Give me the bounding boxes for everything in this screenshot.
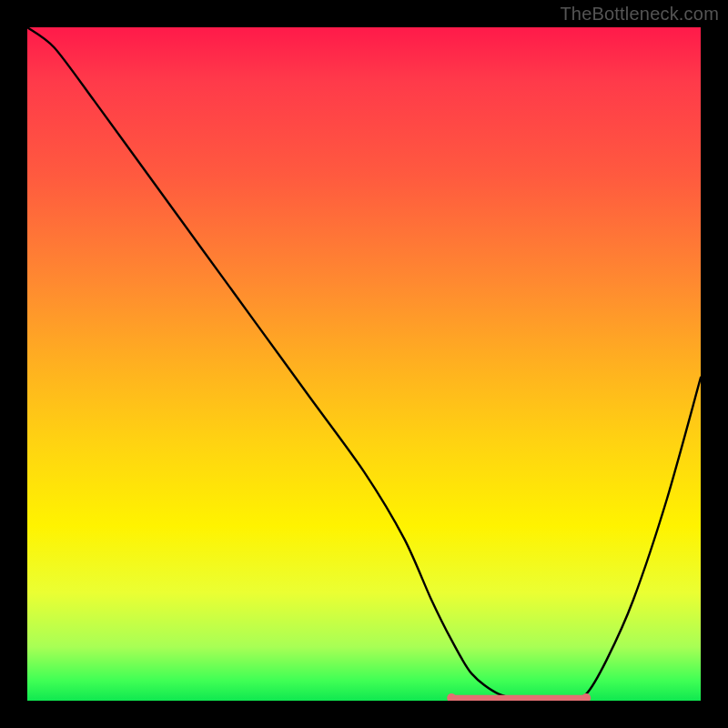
optimal-range-right-dot-icon	[581, 693, 591, 701]
optimal-range-left-dot-icon	[447, 693, 456, 701]
bottleneck-curve-svg	[27, 27, 701, 701]
bottleneck-curve-line	[27, 27, 701, 701]
plot-area	[27, 27, 701, 701]
watermark-text: TheBottleneck.com	[560, 4, 719, 25]
